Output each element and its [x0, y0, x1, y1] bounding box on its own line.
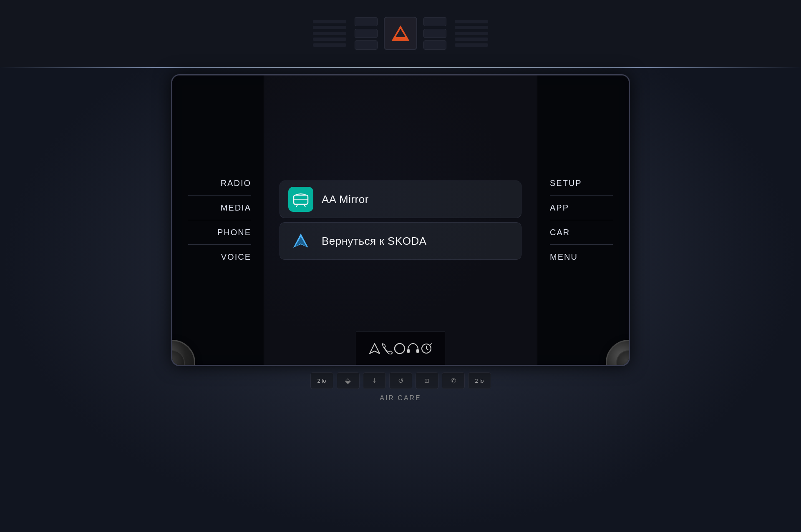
temp-right-btn[interactable]: 2 lo	[468, 372, 491, 389]
nav-icon-button[interactable]	[369, 343, 380, 354]
temp-left-btn[interactable]: 2 lo	[310, 372, 333, 389]
sidebar-item-app[interactable]: APP	[550, 196, 629, 220]
main-content: AA Mirror Вернуться к SKODA	[264, 75, 537, 365]
ctrl-button[interactable]	[355, 17, 378, 26]
rear-defrost-icon: ⊡	[424, 377, 429, 384]
sidebar-item-voice[interactable]: VOICE	[172, 245, 251, 269]
left-button-stack	[355, 17, 378, 50]
hazard-button[interactable]	[384, 17, 417, 50]
infotainment-screen: RADIO MEDIA PHONE VOICE	[171, 74, 630, 366]
ctrl-button[interactable]	[355, 29, 378, 38]
svg-rect-7	[407, 349, 410, 353]
temp-right-label: 2 lo	[475, 378, 484, 384]
back-skoda-label: Вернуться к SKODA	[322, 235, 427, 248]
right-button-stack	[423, 17, 446, 50]
airflow-btn[interactable]: ⤵	[363, 372, 386, 389]
vent-slat	[313, 38, 346, 41]
fan-btn[interactable]: ⬙	[337, 372, 360, 389]
android-auto-svg-icon	[292, 232, 310, 250]
vent-slat	[455, 43, 488, 47]
svg-rect-8	[416, 349, 419, 353]
below-screen-controls: 2 lo ⬙ ⤵ ↺ ⊡ ✆ 2 lo AIR CARE	[171, 372, 630, 402]
sidebar-item-media[interactable]: MEDIA	[172, 196, 251, 220]
phone-call-icon: ✆	[451, 377, 456, 385]
home-icon-button[interactable]	[394, 343, 406, 354]
hazard-controls	[355, 17, 446, 50]
screen-reflection	[264, 75, 537, 365]
nav-icon	[369, 343, 380, 354]
sidebar-item-car[interactable]: CAR	[550, 220, 629, 245]
ctrl-button[interactable]	[423, 29, 446, 38]
recent-icon	[421, 343, 432, 354]
aa-mirror-label: AA Mirror	[322, 193, 369, 206]
vent-slat	[455, 20, 488, 23]
temp-left-label: 2 lo	[317, 378, 326, 384]
headphones-icon-button[interactable]	[406, 343, 420, 354]
ctrl-button[interactable]	[423, 17, 446, 26]
sidebar-item-phone[interactable]: PHONE	[172, 220, 251, 245]
vent-slat	[313, 32, 346, 35]
right-knob-inner	[616, 350, 630, 366]
vent-slat	[455, 26, 488, 29]
sidebar-item-setup[interactable]: SETUP	[550, 171, 629, 196]
svg-rect-0	[294, 195, 308, 204]
vent-slat	[455, 32, 488, 35]
headphones-icon	[406, 343, 420, 354]
phone-icon-button[interactable]	[381, 343, 393, 354]
sidebar-item-menu[interactable]: MENU	[550, 245, 629, 269]
svg-point-6	[395, 344, 405, 354]
ctrl-button[interactable]	[423, 40, 446, 50]
recirc-icon: ↺	[398, 377, 403, 385]
phone-call-btn[interactable]: ✆	[442, 372, 465, 389]
screen-wrapper: RADIO MEDIA PHONE VOICE	[171, 70, 630, 366]
vent-slat	[313, 43, 346, 47]
vent-left	[313, 20, 346, 47]
phone-icon	[381, 343, 393, 354]
ctrl-button[interactable]	[355, 40, 378, 50]
home-icon	[394, 343, 406, 354]
trim-line	[0, 67, 801, 68]
air-care-label: AIR CARE	[380, 394, 421, 402]
bottom-taskbar	[356, 331, 445, 365]
vent-slat	[313, 26, 346, 29]
fan-icon: ⬙	[345, 376, 351, 385]
recirc-btn[interactable]: ↺	[389, 372, 412, 389]
hazard-triangle-icon	[391, 25, 410, 41]
airflow-icon: ⤵	[373, 377, 376, 384]
right-sidebar: SETUP APP CAR MENU	[537, 75, 629, 365]
dashboard-top	[0, 0, 801, 67]
left-knob-inner	[171, 350, 185, 366]
android-auto-icon	[288, 228, 313, 253]
aa-mirror-icon	[288, 187, 313, 212]
rear-defrost-btn[interactable]: ⊡	[416, 372, 438, 389]
sidebar-item-radio[interactable]: RADIO	[172, 171, 251, 196]
vent-slat	[313, 20, 346, 23]
left-sidebar: RADIO MEDIA PHONE VOICE	[172, 75, 264, 365]
app-item-back-skoda[interactable]: Вернуться к SKODA	[280, 222, 521, 260]
vent-right	[455, 20, 488, 47]
vent-slat	[455, 38, 488, 41]
aa-mirror-svg-icon	[292, 192, 310, 207]
app-item-aa-mirror[interactable]: AA Mirror	[280, 181, 521, 218]
climate-controls: 2 lo ⬙ ⤵ ↺ ⊡ ✆ 2 lo	[310, 372, 491, 389]
recent-icon-button[interactable]	[421, 343, 432, 354]
car-interior: RADIO MEDIA PHONE VOICE	[0, 0, 801, 532]
